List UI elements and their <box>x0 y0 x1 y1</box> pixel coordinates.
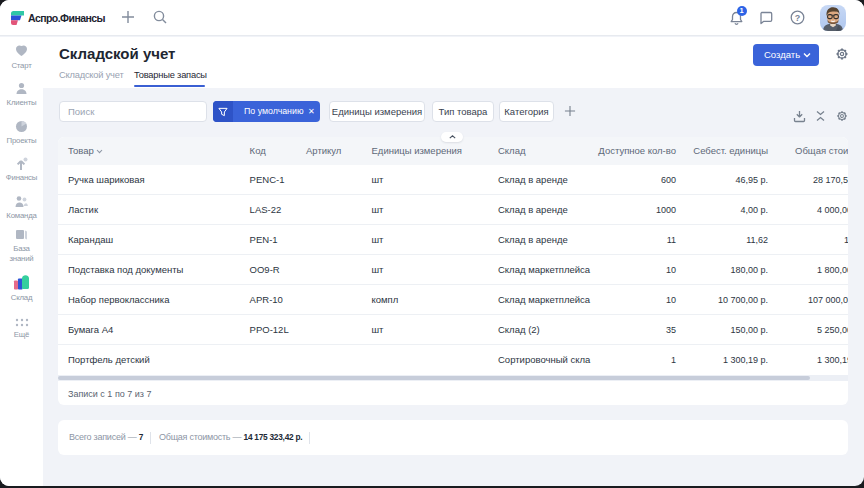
svg-text:?: ? <box>795 13 801 23</box>
